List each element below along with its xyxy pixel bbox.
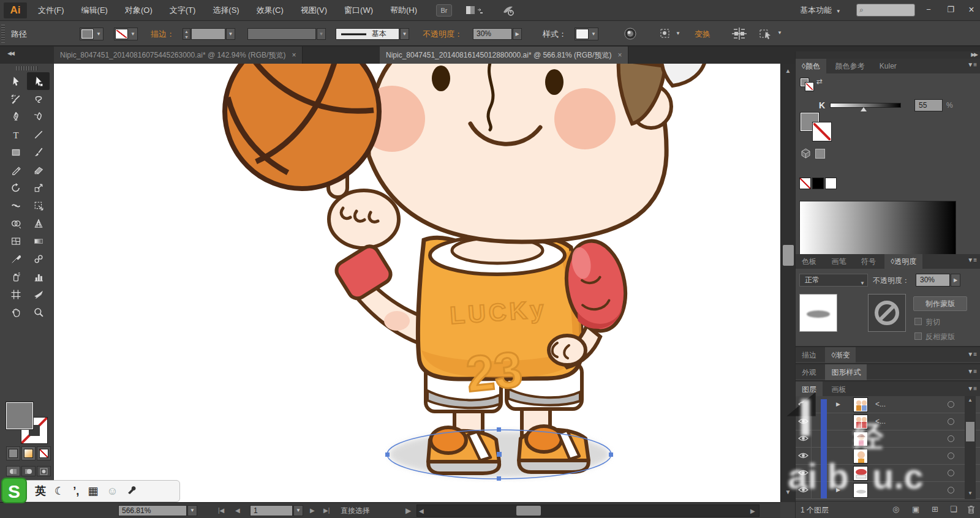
expand-arrow-icon[interactable]: ▶ xyxy=(836,401,840,407)
stroke-link[interactable]: 描边： xyxy=(151,21,175,47)
free-transform-tool[interactable] xyxy=(27,197,50,214)
mini-swap-icon[interactable]: ⇄ xyxy=(816,77,823,86)
menu-item-1[interactable]: 编辑(E) xyxy=(73,0,116,21)
control-bar-grip[interactable] xyxy=(1,24,5,43)
eye-icon[interactable] xyxy=(798,434,809,445)
left-sandal[interactable] xyxy=(428,427,499,473)
visibility-cell[interactable] xyxy=(796,430,812,448)
lasso-tool[interactable] xyxy=(27,90,50,108)
tab-close-icon[interactable]: × xyxy=(292,47,296,64)
style-dropdown[interactable]: ▼ xyxy=(575,28,598,40)
panel-menu-icon[interactable]: ▼≡ xyxy=(967,257,977,263)
head[interactable] xyxy=(359,64,706,242)
symbol-sprayer-tool[interactable] xyxy=(4,268,27,285)
basketball[interactable] xyxy=(225,64,379,189)
color-mode-button[interactable] xyxy=(6,446,20,460)
document-tab-1[interactable]: Nipic_8047451_20140816145012880000.ai* @… xyxy=(380,47,628,64)
column-graph-tool[interactable] xyxy=(27,268,50,285)
tab-brushes[interactable]: 画笔 xyxy=(825,254,852,269)
panel-menu-icon[interactable]: ▼≡ xyxy=(967,368,977,375)
scroll-up-icon[interactable]: ▲ xyxy=(965,397,976,403)
isolate-selected-icon[interactable]: ▼ xyxy=(758,27,774,43)
new-sublayer-icon[interactable]: ⊞ xyxy=(932,505,938,514)
pencil-tool[interactable] xyxy=(4,161,27,179)
layer-target-icon[interactable] xyxy=(948,401,954,408)
document-setup-icon[interactable] xyxy=(624,27,637,43)
transform-link[interactable]: 变换 xyxy=(695,21,710,47)
brush-definition-dropdown[interactable]: ▼ xyxy=(400,28,409,40)
draw-normal-button[interactable] xyxy=(6,466,20,476)
layer-row[interactable]: <... xyxy=(796,413,980,430)
layer-row[interactable]: ▶ xyxy=(796,482,980,499)
magic-wand-tool[interactable] xyxy=(4,90,27,108)
scroll-right-icon[interactable]: ▶ xyxy=(750,503,755,518)
eraser-tool[interactable] xyxy=(27,161,50,179)
layers-scrollbar[interactable]: ▲ ▼ xyxy=(965,396,976,499)
stroke-proxy-large[interactable] xyxy=(813,122,831,141)
tp-opacity-field[interactable]: 30% xyxy=(916,274,950,287)
scroll-down-icon[interactable]: ▼ xyxy=(781,489,795,495)
eye-icon[interactable] xyxy=(798,416,809,427)
vertical-scroll-thumb[interactable] xyxy=(783,245,794,266)
layer-thumbnail[interactable] xyxy=(853,466,868,481)
delete-layer-icon[interactable] xyxy=(967,505,975,517)
layer-row[interactable]: ▶<... xyxy=(796,396,980,413)
visibility-cell[interactable] xyxy=(796,482,812,499)
horizontal-scrollbar[interactable]: ◀ ▶ xyxy=(417,505,760,517)
gradient-mode-button[interactable] xyxy=(21,446,36,460)
search-input[interactable]: ⌕ xyxy=(856,4,915,17)
menu-item-6[interactable]: 视图(V) xyxy=(292,0,336,21)
prev-artboard-icon[interactable]: ◀ xyxy=(235,503,240,518)
status-expand-icon[interactable]: ▶ xyxy=(405,503,411,518)
tab-color-guide[interactable]: 颜色参考 xyxy=(829,59,870,73)
layer-target-icon[interactable] xyxy=(948,470,954,476)
menu-item-3[interactable]: 文字(T) xyxy=(161,0,205,21)
eyedropper-tool[interactable] xyxy=(4,250,27,268)
visibility-cell[interactable] xyxy=(796,396,812,413)
select-similar-dropdown[interactable]: ▼ xyxy=(659,28,674,42)
layer-thumbnail[interactable] xyxy=(853,432,868,446)
zoom-tool[interactable] xyxy=(27,303,50,321)
layer-thumbnail[interactable] xyxy=(853,415,868,429)
mini-stroke-proxy[interactable] xyxy=(805,83,813,91)
scroll-up-icon[interactable]: ▲ xyxy=(781,67,795,74)
width-profile-dropdown[interactable]: ▼ xyxy=(317,28,326,40)
tp-opacity-stepper[interactable]: ▶ xyxy=(951,274,960,287)
gamut-swatch[interactable] xyxy=(815,149,825,159)
tab-close-icon[interactable]: × xyxy=(617,47,622,64)
vertical-scrollbar[interactable]: ▲ ▼ xyxy=(780,64,795,502)
layer-row[interactable] xyxy=(796,448,980,465)
stroke-color-dropdown[interactable]: ▼ xyxy=(114,28,138,40)
workspace-switcher[interactable]: 基本功能 ▼ xyxy=(800,4,843,17)
ime-bar[interactable]: 英 ☾ ’, ▦ ☺ xyxy=(26,480,180,502)
menu-item-0[interactable]: 文件(F) xyxy=(29,0,73,21)
shape-builder-tool[interactable] xyxy=(4,214,27,232)
direct-selection-tool[interactable] xyxy=(27,72,50,90)
menu-item-5[interactable]: 效果(C) xyxy=(248,0,292,21)
clipping-mask-icon[interactable]: ▣ xyxy=(912,505,919,514)
ime-settings-icon[interactable] xyxy=(127,485,137,497)
ime-logo[interactable]: S xyxy=(1,478,27,503)
ime-account-icon[interactable]: ☺ xyxy=(107,485,118,498)
none-mode-button[interactable] xyxy=(37,446,51,460)
ime-keyboard-icon[interactable]: ▦ xyxy=(88,484,98,498)
artboard-canvas[interactable]: LUCKy 23 xyxy=(54,64,780,502)
cs-live-icon[interactable] xyxy=(501,4,514,17)
k-slider-thumb[interactable] xyxy=(861,107,867,111)
gradient-tool[interactable] xyxy=(27,232,50,250)
tab-appearance[interactable]: 外观 xyxy=(796,364,823,380)
horizontal-scroll-thumb[interactable] xyxy=(516,506,541,516)
visibility-cell[interactable] xyxy=(796,448,812,465)
scroll-left-icon[interactable]: ◀ xyxy=(419,503,424,518)
next-artboard-icon[interactable]: ▶ xyxy=(310,503,315,518)
selection-tool[interactable] xyxy=(4,72,27,90)
artboard-nav-dropdown[interactable]: ▼ xyxy=(293,505,303,516)
ime-fullhalf-icon[interactable]: ☾ xyxy=(55,484,64,498)
tab-stroke[interactable]: 描边 xyxy=(796,347,823,363)
rotate-tool[interactable] xyxy=(4,179,27,197)
tab-symbols[interactable]: 符号 xyxy=(855,254,882,269)
tab-color[interactable]: ◊颜色 xyxy=(796,59,826,73)
layer-target-icon[interactable] xyxy=(948,418,954,425)
ime-punct-icon[interactable]: ’, xyxy=(73,485,79,498)
artboard-nav-field[interactable]: 1 xyxy=(250,505,293,516)
